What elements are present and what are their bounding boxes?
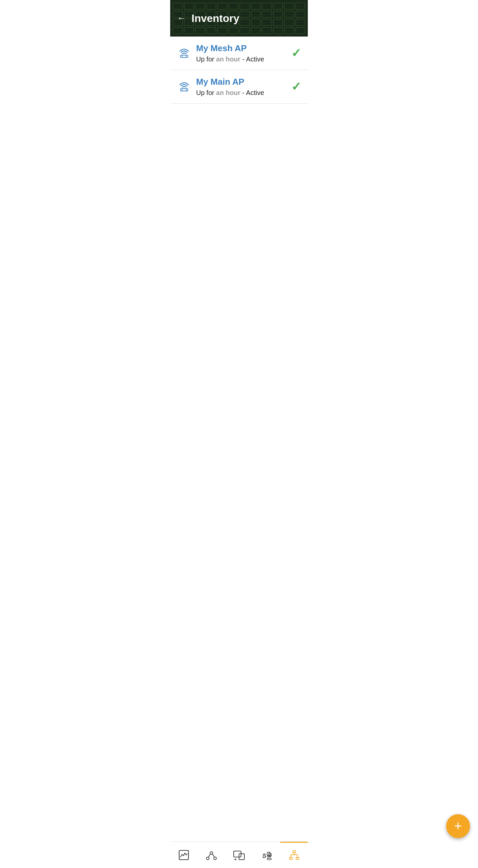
bottom-navigation (170, 841, 308, 868)
nav-item-devices[interactable] (226, 842, 253, 868)
device-item-mesh-ap[interactable]: My Mesh AP Up for an hour - Active ✓ (170, 36, 308, 70)
device-left-mesh-ap: My Mesh AP Up for an hour - Active (177, 43, 264, 63)
svg-point-7 (210, 852, 213, 855)
device-check-main-ap: ✓ (291, 80, 301, 94)
svg-rect-22 (290, 857, 292, 859)
header-content: ← Inventory (170, 0, 308, 36)
svg-rect-20 (267, 858, 271, 860)
ap-icon-mesh (177, 44, 191, 59)
ap-icon-main (177, 78, 191, 93)
nav-item-topology[interactable] (198, 842, 226, 868)
device-check-mesh-ap: ✓ (291, 46, 301, 60)
svg-rect-21 (293, 851, 296, 853)
device-item-main-ap[interactable]: My Main AP Up for an hour - Active ✓ (170, 70, 308, 104)
device-list: My Mesh AP Up for an hour - Active ✓ (170, 36, 308, 104)
back-button[interactable]: ← (177, 13, 186, 23)
nav-item-services[interactable] (252, 842, 280, 868)
device-info-main-ap: My Main AP Up for an hour - Active (196, 77, 264, 97)
svg-point-9 (214, 857, 216, 860)
svg-point-8 (206, 857, 209, 860)
device-name-main-ap: My Main AP (196, 77, 264, 87)
svg-line-11 (212, 854, 214, 857)
device-status-main-ap: Up for an hour - Active (196, 89, 264, 97)
nav-item-inventory[interactable] (280, 842, 308, 868)
svg-line-10 (208, 854, 210, 857)
page-title: Inventory (191, 12, 239, 25)
device-name-mesh-ap: My Mesh AP (196, 43, 264, 54)
svg-rect-23 (296, 857, 299, 859)
svg-rect-0 (180, 55, 188, 58)
svg-rect-3 (180, 89, 188, 91)
device-info-mesh-ap: My Mesh AP Up for an hour - Active (196, 43, 264, 63)
nav-item-monitor[interactable] (170, 842, 198, 868)
header: ← Inventory (170, 0, 308, 36)
device-status-mesh-ap: Up for an hour - Active (196, 56, 264, 63)
device-left-main-ap: My Main AP Up for an hour - Active (177, 77, 264, 97)
